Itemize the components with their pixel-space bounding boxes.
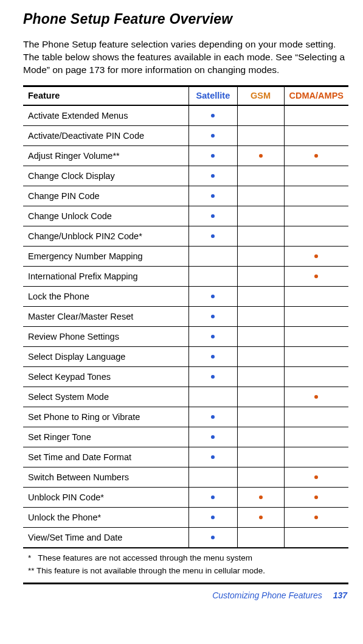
gsm-cell [237,407,284,427]
feature-cell: Select System Mode [23,387,189,407]
gsm-cell [237,387,284,407]
dot-icon [211,295,215,298]
table-row: Unlock the Phone* [23,507,348,527]
gsm-cell [237,125,284,145]
satellite-cell [189,246,237,266]
cdma-cell [284,467,348,487]
gsm-cell [237,427,284,447]
feature-cell: Review Phone Settings [23,326,189,346]
footnote-2: ** This feature is not available through… [28,565,344,578]
cdma-cell [284,186,348,206]
satellite-cell [189,286,237,306]
feature-cell: Select Keypad Tones [23,366,189,387]
cdma-cell [284,407,348,427]
dot-icon [211,536,215,539]
feature-cell: Master Clear/Master Reset [23,306,189,326]
cdma-cell [284,487,348,507]
satellite-cell [189,226,237,246]
feature-table: Feature Satellite GSM CDMA/AMPS Activate… [23,85,348,584]
gsm-cell [237,246,284,266]
gsm-cell [237,467,284,487]
dot-icon [211,315,215,318]
cdma-cell [284,507,348,527]
feature-cell: Set Time and Date Format [23,447,189,467]
feature-cell: Emergency Number Mapping [23,246,189,266]
table-row: View/Set Time and Date [23,527,348,548]
satellite-cell [189,527,237,548]
satellite-cell [189,326,237,346]
gsm-cell [237,507,284,527]
satellite-cell [189,407,237,427]
table-row: International Prefix Mapping [23,266,348,286]
gsm-cell [237,286,284,306]
gsm-cell [237,266,284,286]
feature-cell: Set Phone to Ring or Vibrate [23,407,189,427]
satellite-cell [189,447,237,467]
satellite-cell [189,266,237,286]
dot-icon [259,154,263,158]
dot-icon [211,174,215,178]
table-row: Unblock PIN Code* [23,487,348,507]
table-row: Review Phone Settings [23,326,348,346]
gsm-cell [237,366,284,387]
gsm-cell [237,346,284,366]
dot-icon [211,435,215,439]
cdma-cell [284,306,348,326]
feature-cell: International Prefix Mapping [23,266,189,286]
header-feature: Feature [23,86,189,105]
dot-icon [314,275,318,278]
feature-cell: Change PIN Code [23,186,189,206]
table-header-row: Feature Satellite GSM CDMA/AMPS [23,86,348,105]
gsm-cell [237,527,284,548]
feature-cell: Set Ringer Tone [23,427,189,447]
dot-icon [211,234,215,238]
gsm-cell [237,166,284,186]
dot-icon [211,455,215,459]
dot-icon [211,114,215,117]
feature-cell: Change Unlock Code [23,206,189,226]
satellite-cell [189,105,237,126]
satellite-cell [189,507,237,527]
page-title: Phone Setup Feature Overview [23,11,348,27]
dot-icon [211,415,215,419]
header-gsm: GSM [237,86,284,105]
satellite-cell [189,306,237,326]
dot-icon [211,355,215,359]
gsm-cell [237,105,284,126]
cdma-cell [284,145,348,166]
table-row: Switch Between Numbers [23,467,348,487]
gsm-cell [237,226,284,246]
dot-icon [314,254,318,258]
table-footnotes: * These features are not accessed throug… [23,548,348,583]
table-row: Select Display Language [23,346,348,366]
table-row: Change PIN Code [23,186,348,206]
feature-cell: Unblock PIN Code* [23,487,189,507]
satellite-cell [189,186,237,206]
gsm-cell [237,487,284,507]
page-content: Phone Setup Feature Overview The Phone S… [0,0,363,607]
dot-icon [211,495,215,499]
cdma-cell [284,427,348,447]
satellite-cell [189,145,237,166]
feature-cell: Change/Unblock PIN2 Code* [23,226,189,246]
header-cdma: CDMA/AMPS [284,86,348,105]
gsm-cell [237,326,284,346]
cdma-cell [284,286,348,306]
dot-icon [314,154,318,158]
table-row: Activate Extended Menus [23,105,348,126]
feature-cell: Unlock the Phone* [23,507,189,527]
header-satellite: Satellite [189,86,237,105]
cdma-cell [284,346,348,366]
feature-cell: Lock the Phone [23,286,189,306]
dot-icon [211,335,215,338]
dot-icon [314,475,318,479]
feature-cell: Adjust Ringer Volume** [23,145,189,166]
table-row: Select System Mode [23,387,348,407]
feature-cell: Switch Between Numbers [23,467,189,487]
cdma-cell [284,206,348,226]
table-row: Set Ringer Tone [23,427,348,447]
intro-paragraph: The Phone Setup feature selection varies… [23,38,348,77]
gsm-cell [237,206,284,226]
cdma-cell [284,366,348,387]
table-row: Change Clock Display [23,166,348,186]
